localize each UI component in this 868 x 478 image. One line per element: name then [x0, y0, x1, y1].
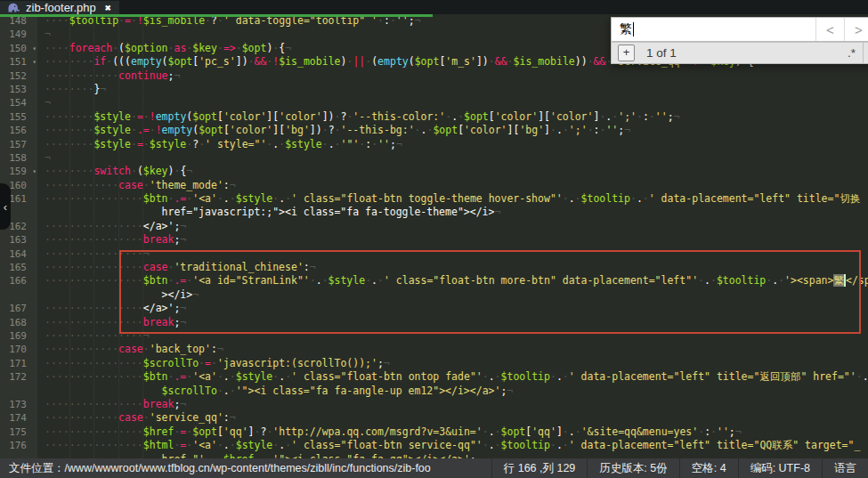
line-number[interactable]: 175 — [0, 425, 37, 439]
line-number[interactable]: 165 — [0, 261, 37, 274]
line-number[interactable]: 174 — [0, 411, 37, 425]
chevron-left-icon: ‹ — [4, 200, 7, 214]
line-number[interactable]: 158 — [0, 151, 37, 165]
code-text: ········$style·=·$style·?·' style="'·.·$… — [37, 138, 402, 151]
code-text: ················$btn·.=·'<a'·.·$style·.·… — [37, 370, 868, 384]
line-number[interactable]: 172 — [0, 370, 37, 384]
code-line[interactable]: 159▾········switch·($key)·{¬ — [0, 165, 868, 178]
code-text: ¬ — [37, 28, 51, 41]
cursor-position: 行 166 ,列 129 — [491, 458, 588, 478]
code-line[interactable]: 158¬ — [0, 151, 868, 165]
code-text: ················$href·=·$opt['qq']·?·'ht… — [37, 425, 742, 439]
fold-arrow-icon[interactable]: ▾ — [32, 55, 37, 69]
line-number[interactable]: 168 — [0, 316, 37, 329]
code-line[interactable]: 155········$style·=·!empty($opt['color']… — [0, 110, 868, 124]
code-line[interactable]: 175················$href·=·$opt['qq']·?·… — [0, 425, 868, 439]
add-search-button[interactable]: + — [618, 45, 635, 61]
code-text: ············case·'theme_mode':¬ — [37, 179, 236, 192]
line-number[interactable]: 153 — [0, 83, 37, 96]
tab-spaces: 空格: 4 — [679, 458, 738, 478]
tab-zib-footer[interactable]: zib-footer.php ✖ — [0, 1, 119, 15]
fold-arrow-icon[interactable]: ▾ — [32, 165, 37, 178]
find-next-button[interactable]: > — [844, 18, 868, 41]
code-lines: 148····$tooltip·=·!$is_mobile·?·' data-t… — [0, 14, 868, 458]
line-number[interactable] — [0, 385, 37, 398]
code-line[interactable]: 162················</a>';¬ — [0, 220, 868, 233]
active-tab-underline — [0, 14, 433, 17]
code-line[interactable]: 172················$btn·.=·'<a'·.·$style… — [0, 370, 868, 384]
code-line[interactable]: 174············case·'service_qq':¬ — [0, 411, 868, 425]
line-number[interactable]: 151▾ — [0, 55, 37, 69]
tab-close-icon[interactable]: ✖ — [105, 2, 111, 14]
code-line[interactable]: 154¬ — [0, 96, 868, 109]
line-number[interactable]: 154 — [0, 96, 37, 109]
file-location: 文件位置：/www/wwwroot/www.tfblog.cn/wp-conte… — [0, 461, 491, 476]
code-text: ················$html·=·'<a'·.·$style·.·… — [37, 439, 860, 452]
file-location-label: 文件位置： — [9, 462, 65, 474]
code-text: ················</a>';¬ — [37, 220, 186, 233]
code-line[interactable]: 153········}¬ — [0, 83, 868, 96]
status-bar: 文件位置：/www/wwwroot/www.tfblog.cn/wp-conte… — [0, 458, 868, 478]
line-number[interactable]: 150▾ — [0, 42, 37, 55]
search-input-row: 繁 < > — [611, 17, 868, 42]
line-number[interactable]: 152 — [0, 69, 37, 83]
line-number[interactable]: 171 — [0, 357, 37, 370]
search-query-text: 繁 — [620, 21, 632, 37]
line-number[interactable]: 156 — [0, 124, 37, 137]
code-line[interactable]: 152············continue;¬ — [0, 69, 868, 83]
code-text: ····foreach·($option·as·$key·=>·$opt)·{¬ — [37, 42, 291, 55]
code-text: ¬ — [37, 96, 51, 109]
sidebar-collapse-button[interactable]: ‹ — [0, 183, 11, 230]
code-text: ················$scrollTo·=·'javascript:… — [37, 357, 390, 370]
search-panel: 繁 < > + 1 of 1 .* A — [611, 17, 868, 64]
find-prev-button[interactable]: < — [815, 18, 844, 41]
code-text: ················break;¬ — [37, 398, 186, 411]
code-line[interactable]: 157········$style·=·$style·?·' style="'·… — [0, 138, 868, 151]
search-input[interactable]: 繁 — [612, 18, 815, 41]
code-text: ········}¬ — [37, 83, 106, 96]
line-number[interactable]: 164 — [0, 247, 37, 261]
case-toggle-button[interactable]: A — [864, 46, 868, 60]
line-number[interactable]: 166 — [0, 274, 37, 288]
php-file-icon — [7, 3, 20, 13]
line-number[interactable]: 167 — [0, 302, 37, 315]
text-caret — [633, 22, 634, 36]
line-number[interactable]: 170 — [0, 343, 37, 356]
code-editor[interactable]: 148····$tooltip·=·!$is_mobile·?·' data-t… — [0, 14, 868, 458]
tab-title: zib-footer.php — [26, 1, 96, 15]
code-line[interactable]: 161················$btn·.=·'<a'·.·$style… — [0, 192, 868, 206]
highlight-annotation-box — [119, 250, 861, 334]
line-number[interactable]: 159▾ — [0, 165, 37, 178]
code-text: ················$btn·.=·'<a'·.·$style·.·… — [37, 192, 860, 206]
line-number[interactable]: 157 — [0, 138, 37, 151]
history-versions: 历史版本: 5份 — [587, 458, 678, 478]
code-line[interactable]: 160············case·'theme_mode':¬ — [0, 179, 868, 192]
code-text: ············case·'service_qq':¬ — [37, 411, 236, 425]
line-number[interactable]: 173 — [0, 398, 37, 411]
code-text: $scrollTo·.·'"><i class="fa fa-angle-up … — [37, 385, 513, 398]
code-line[interactable]: 163················break;¬ — [0, 233, 868, 247]
code-line[interactable]: $scrollTo·.·'"><i class="fa fa-angle-up … — [0, 385, 868, 398]
line-number[interactable]: 176 — [0, 439, 37, 452]
code-line[interactable]: 171················$scrollTo·=·'javascri… — [0, 357, 868, 370]
code-line[interactable]: href="javascript:;"><i class="fa fa-togg… — [0, 206, 868, 219]
line-number[interactable]: 163 — [0, 233, 37, 247]
line-number[interactable]: 169 — [0, 329, 37, 343]
code-line[interactable]: 176················$html·=·'<a'·.·$style… — [0, 439, 868, 452]
code-line[interactable]: 156········$style·.=·!empty($opt['color'… — [0, 124, 868, 137]
file-path: /www/wwwroot/www.tfblog.cn/wp-content/th… — [65, 462, 431, 474]
regex-toggle-button[interactable]: .* — [840, 46, 863, 60]
code-line[interactable]: 170············case·'back_top':¬ — [0, 343, 868, 356]
line-number[interactable] — [0, 288, 37, 302]
line-number[interactable]: 155 — [0, 110, 37, 124]
fold-arrow-icon[interactable]: ▾ — [32, 42, 37, 55]
code-text: ········$style·.=·!empty($opt['color']['… — [37, 124, 630, 137]
code-text: ············continue;¬ — [37, 69, 180, 83]
encoding: 编码: UTF-8 — [738, 458, 822, 478]
line-number[interactable]: 149 — [0, 28, 37, 41]
code-line[interactable]: 173················break;¬ — [0, 398, 868, 411]
code-text: ¬ — [37, 151, 51, 165]
editor-window: zib-footer.php ✖ 148····$tooltip·=·!$is_… — [0, 0, 868, 478]
language: 语言 — [822, 458, 868, 478]
tab-bar: zib-footer.php ✖ — [0, 0, 868, 14]
